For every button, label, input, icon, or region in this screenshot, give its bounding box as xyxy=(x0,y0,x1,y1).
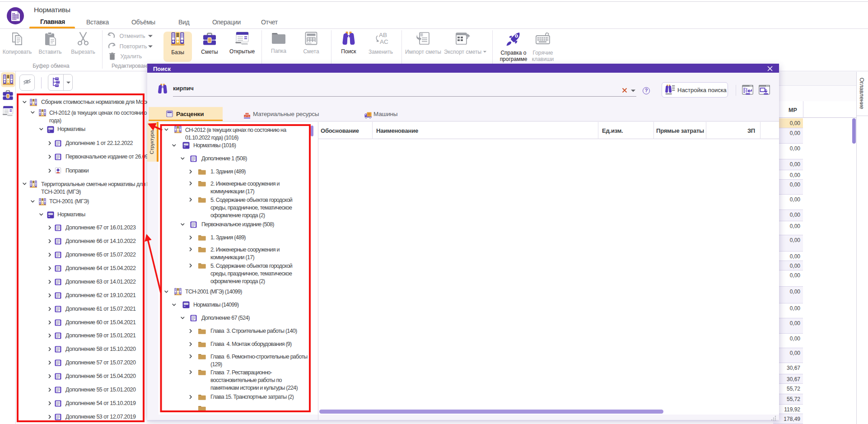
svg-text:AB: AB xyxy=(379,32,387,38)
svg-text:AC: AC xyxy=(380,38,388,45)
